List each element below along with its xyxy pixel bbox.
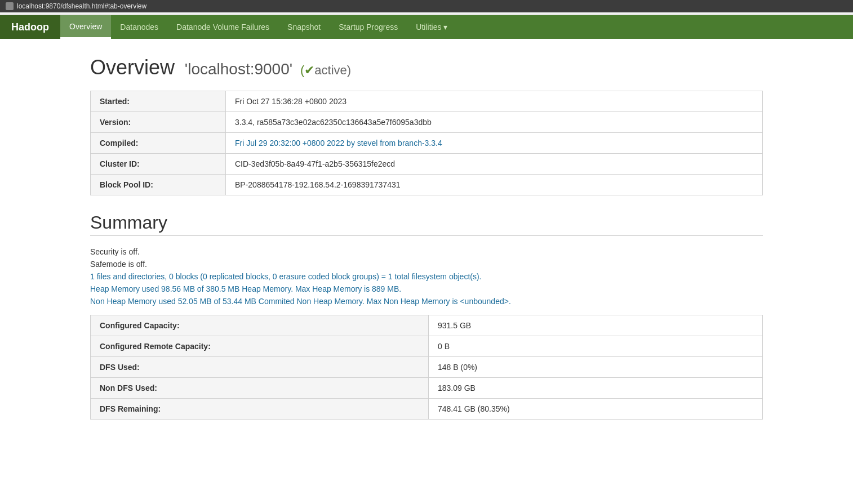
navbar-brand[interactable]: Hadoop [0,15,60,39]
summary-line-1: Safemode is off. [90,260,763,269]
overview-heading: Overview 'localhost:9000' (✔active) [90,56,763,79]
page-content: Overview 'localhost:9000' (✔active) Star… [0,39,853,436]
summary-row-0-key: Configured Capacity: [91,315,429,336]
summary-row-4-value: 748.41 GB (80.35%) [429,399,763,420]
overview-row-3-key: Cluster ID: [91,154,226,175]
summary-row-1-value: 0 B [429,336,763,357]
overview-status: (✔active) [297,63,351,77]
summary-line-2: 1 files and directories, 0 blocks (0 rep… [90,272,763,281]
summary-lines: Security is off. Safemode is off. 1 file… [90,247,763,306]
summary-row-1-key: Configured Remote Capacity: [91,336,429,357]
overview-row-1-value: 3.3.4, ra585a73c3e02ac62350c136643a5e7f6… [226,112,763,133]
overview-row-3-value: CID-3ed3f05b-8a49-47f1-a2b5-356315fe2ecd [226,154,763,175]
overview-host: 'localhost:9000' [180,60,297,78]
favicon-icon [6,2,14,10]
overview-row-1-key: Version: [91,112,226,133]
summary-line-4: Non Heap Memory used 52.05 MB of 53.44 M… [90,297,763,306]
navbar: Hadoop Overview Datanodes Datanode Volum… [0,15,853,39]
nav-datanode-volume-failures[interactable]: Datanode Volume Failures [167,15,278,39]
browser-bar: localhost:9870/dfshealth.html#tab-overvi… [0,0,853,12]
overview-row-2-value: Fri Jul 29 20:32:00 +0800 2022 by stevel… [226,133,763,154]
nav-overview[interactable]: Overview [60,15,111,39]
overview-title-text: Overview [90,56,175,79]
summary-line-0: Security is off. [90,247,763,256]
overview-row-2-key: Compiled: [91,133,226,154]
summary-row-3-key: Non DFS Used: [91,378,429,399]
url-bar[interactable]: localhost:9870/dfshealth.html#tab-overvi… [17,2,146,10]
summary-row-2-key: DFS Used: [91,357,429,378]
summary-row-0-value: 931.5 GB [429,315,763,336]
nav-snapshot[interactable]: Snapshot [278,15,330,39]
overview-row-0-value: Fri Oct 27 15:36:28 +0800 2023 [226,91,763,112]
summary-row-3-value: 183.09 GB [429,378,763,399]
overview-row-0-key: Started: [91,91,226,112]
nav-startup-progress[interactable]: Startup Progress [330,15,407,39]
nav-datanodes[interactable]: Datanodes [111,15,167,39]
overview-row-4-key: Block Pool ID: [91,175,226,195]
summary-table: Configured Capacity:931.5 GBConfigured R… [90,315,763,420]
nav-utilities[interactable]: Utilities ▾ [407,15,456,39]
overview-table: Started:Fri Oct 27 15:36:28 +0800 2023Ve… [90,91,763,195]
summary-row-2-value: 148 B (0%) [429,357,763,378]
overview-row-4-value: BP-2088654178-192.168.54.2-1698391737431 [226,175,763,195]
summary-line-3: Heap Memory used 98.56 MB of 380.5 MB He… [90,284,763,293]
summary-row-4-key: DFS Remaining: [91,399,429,420]
summary-heading: Summary [90,212,763,236]
